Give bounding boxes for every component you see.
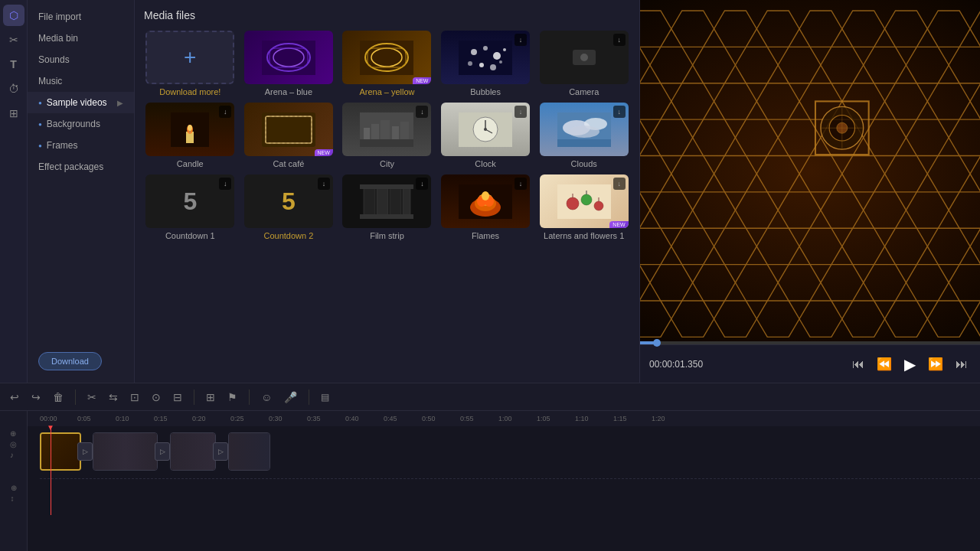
split-view-button[interactable]: ⊟ [169, 389, 186, 406]
text-icon[interactable]: T [3, 54, 24, 75]
add-more-item[interactable]: + Download more! [144, 31, 237, 96]
svg-point-40 [569, 126, 599, 138]
nav-panel: File import Media bin Sounds Music ● Sam… [28, 0, 135, 383]
sidebar-item-sounds[interactable]: Sounds [28, 49, 134, 70]
list-item[interactable]: ↓ 5 Countdown 2 [243, 174, 335, 240]
sidebar-item-frames[interactable]: ● Frames [28, 135, 134, 156]
track-eye-icon[interactable]: ◎ [10, 440, 17, 448]
list-item[interactable]: ↓ Bubbles [439, 31, 532, 96]
ruler-tick: 0:35 [307, 415, 321, 422]
flag-button[interactable]: ⚑ [224, 389, 241, 406]
audio-track-icons: ⊕ ↕ [11, 484, 17, 503]
list-item[interactable]: ↓ 5 Countdown 1 [144, 174, 237, 240]
clip-transition[interactable]: ▷ [77, 442, 93, 461]
city-preview [360, 112, 413, 147]
clip[interactable] [228, 432, 270, 471]
list-item[interactable]: ↓ Candle [144, 103, 237, 168]
ruler-tick: 1:15 [613, 415, 627, 422]
svg-rect-43 [364, 188, 375, 215]
media-icon[interactable]: ⬡ [3, 5, 24, 26]
sidebar-item-sample-videos[interactable]: ● Sample videos ▶ [28, 92, 134, 113]
audio-button[interactable]: 🎤 [280, 389, 301, 406]
media-item-label: Arena – blue [265, 87, 312, 96]
sidebar-item-backgrounds[interactable]: ● Backgrounds [28, 113, 134, 135]
media-item-label: Countdown 2 [263, 231, 313, 240]
sidebar-item-media-bin[interactable]: Media bin [28, 28, 134, 49]
separator [249, 390, 250, 405]
list-item[interactable]: ↓ Clouds [537, 103, 630, 168]
clouds-preview [557, 112, 611, 147]
audio-sync-icon[interactable]: ↕ [11, 494, 17, 503]
download-button[interactable]: Download [38, 352, 102, 370]
download-icon: ↓ [318, 178, 330, 190]
media-thumb-city: ↓ [342, 103, 431, 156]
timeline-area: ↩ ↪ 🗑 ✂ ⇆ ⊡ ⊙ ⊟ ⊞ ⚑ ☺ 🎤 ▤ ⊕ ◎ ♪ ⊕ ↕ [0, 383, 980, 551]
track-icons: ⊕ ◎ ♪ [10, 429, 17, 459]
media-thumb-arena-blue [244, 31, 333, 84]
delete-button[interactable]: 🗑 [49, 389, 67, 406]
clip-transition[interactable]: ▷ [155, 442, 170, 461]
add-more-label: Download more! [159, 87, 220, 96]
svg-point-15 [479, 63, 484, 67]
svg-point-12 [468, 61, 472, 66]
svg-rect-46 [403, 188, 410, 215]
list-item[interactable]: Arena – blue [243, 31, 335, 96]
playhead-marker: ▼ [47, 423, 54, 432]
audio-lock-icon[interactable]: ⊕ [11, 484, 17, 492]
cut-tool-button[interactable]: ✂ [83, 389, 100, 406]
layout-button[interactable]: ▤ [317, 390, 333, 405]
speed-button[interactable]: ⊙ [148, 389, 165, 406]
chevron-icon: ▶ [117, 99, 123, 107]
clip[interactable] [170, 432, 216, 471]
trim-button[interactable]: ⇆ [105, 389, 122, 406]
track-lock-icon[interactable]: ⊕ [10, 429, 17, 438]
list-item[interactable]: ↓ Camera [537, 31, 630, 96]
timer-icon[interactable]: ⏱ [3, 78, 24, 99]
list-item[interactable]: NEW Arena – yellow [341, 31, 433, 96]
media-grid: + Download more! Arena – blue [144, 31, 630, 240]
ruler-tick: 0:25 [230, 415, 244, 422]
progress-bar-container[interactable] [640, 341, 980, 344]
prev-frame-button[interactable]: ⏪ [874, 354, 895, 374]
list-item[interactable]: ↓ Clock [439, 103, 532, 168]
download-icon: ↓ [416, 178, 428, 190]
face-button[interactable]: ☺ [257, 389, 276, 406]
list-item[interactable]: NEW Cat café [243, 103, 335, 168]
list-item[interactable]: ↓ Film strip [341, 174, 433, 240]
play-button[interactable]: ▶ [901, 352, 919, 377]
svg-point-57 [567, 197, 579, 210]
list-item[interactable]: ↓ City [341, 103, 433, 168]
next-frame-button[interactable]: ⏩ [925, 354, 946, 374]
grid-icon[interactable]: ⊞ [3, 103, 24, 124]
ruler-tick: 0:30 [269, 415, 283, 422]
skip-start-button[interactable]: ⏮ [849, 354, 867, 374]
media-thumb-countdown2: ↓ 5 [244, 174, 333, 228]
clip[interactable] [40, 432, 81, 471]
svg-point-11 [493, 52, 501, 60]
bubbles-preview [459, 41, 512, 75]
cut-icon[interactable]: ✂ [3, 29, 24, 51]
bg-dot: ● [38, 121, 42, 128]
new-badge: NEW [609, 221, 628, 228]
list-item[interactable]: ↓ Flames [439, 174, 532, 240]
sidebar-item-music[interactable]: Music [28, 70, 134, 92]
list-item[interactable]: ↓ NEW Laterns and flowers 1 [537, 174, 630, 240]
media-item-label: Bubbles [470, 87, 501, 96]
clip-thumbnail [41, 434, 80, 469]
redo-button[interactable]: ↪ [28, 389, 44, 406]
skip-end-button[interactable]: ⏭ [952, 354, 971, 374]
download-icon: ↓ [219, 106, 231, 118]
add-more-button[interactable]: + [145, 31, 234, 84]
catcafe-preview [262, 112, 315, 147]
clip-transition[interactable]: ▷ [213, 442, 228, 461]
track-mute-icon[interactable]: ♪ [10, 451, 17, 459]
media-item-label: Clouds [571, 159, 597, 168]
nav-label: Backgrounds [47, 119, 100, 129]
clip[interactable] [93, 432, 158, 471]
crop-button[interactable]: ⊡ [126, 389, 143, 406]
transition-button[interactable]: ⊞ [202, 389, 219, 406]
undo-button[interactable]: ↩ [6, 389, 23, 406]
frames-dot: ● [38, 142, 42, 149]
sidebar-item-effect-packages[interactable]: Effect packages [28, 156, 134, 178]
sidebar-item-file-import[interactable]: File import [28, 6, 134, 28]
